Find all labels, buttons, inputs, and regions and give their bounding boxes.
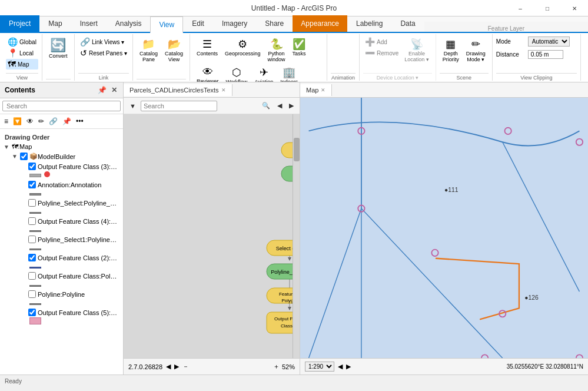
convert-button[interactable]: 🔄 Convert [46, 37, 71, 79]
tree-item-output-fc2[interactable]: Output Feature Class (2):Polyline_Sel [0, 253, 123, 263]
catalog-pane-button[interactable]: 📁 CatalogPane [137, 37, 161, 79]
tab-data[interactable]: Data [391, 15, 424, 32]
convert-label: Convert [49, 53, 68, 59]
tab-analysis[interactable]: Analysis [107, 15, 151, 32]
scrollbar-thumb[interactable] [294, 138, 300, 161]
minimize-button[interactable]: – [507, 0, 534, 16]
tab-appearance[interactable]: Appearance [293, 15, 347, 32]
annotation-checkbox[interactable] [28, 181, 36, 188]
contents-search-input[interactable] [2, 101, 121, 111]
workflow-nav-fwd[interactable]: ▶ [287, 101, 296, 111]
tab-map-view[interactable]: Map ✕ [300, 84, 332, 96]
tree-item-output-fc5[interactable]: Output Feature Class (5):Polyline_Sel [0, 307, 123, 317]
workflow-search-input[interactable] [141, 101, 217, 111]
tasks-button[interactable]: ✅ Tasks [290, 37, 309, 64]
tab-project[interactable]: Project [0, 15, 39, 32]
local-button[interactable]: 📍Local [6, 48, 38, 58]
distance-input[interactable] [528, 50, 563, 59]
panel-pin-button[interactable]: 📌 [97, 85, 108, 95]
map-label: Map [19, 143, 32, 150]
close-button[interactable]: ✕ [561, 0, 588, 16]
filter-button[interactable]: 🔽 [11, 116, 24, 127]
workflow-filter-button[interactable]: ▼ [127, 101, 138, 111]
edit-layers-button[interactable]: ✏ [36, 116, 46, 127]
enable-location-button[interactable]: 📡 EnableLocation ▾ [401, 37, 432, 73]
tab-parcels[interactable]: Parcels_CADLinesCirclesTexts ✕ [124, 84, 232, 96]
polyline-select-label: Polyline_Select:Polyline_Select [38, 200, 119, 207]
tab-parcels-close[interactable]: ✕ [221, 87, 226, 93]
polyline-checkbox[interactable] [28, 290, 36, 298]
output-fc5-checkbox[interactable] [28, 309, 36, 316]
tab-labeling[interactable]: Labeling [347, 15, 391, 32]
map-button[interactable]: 🗺Map [6, 59, 38, 69]
tree-item-output-fc4[interactable]: Output Feature Class (4):Polyline_Sel [0, 216, 123, 226]
map-next-extent[interactable]: ▶ [346, 363, 351, 370]
tree-item-map[interactable]: ▼ 🗺 Map [0, 142, 123, 151]
reviewer-button[interactable]: 👁 ReviewerRules [194, 65, 222, 82]
workflow-svg: R_Sample.dwg Select Data Select Data (2)… [124, 114, 300, 358]
tree-item-modelbuilder[interactable]: ▼ 📦 ModelBuilder [0, 151, 123, 161]
workflow-plus[interactable]: ＋ [273, 362, 280, 371]
global-button[interactable]: 🌐Global [6, 37, 38, 47]
workflow-scrollbar[interactable] [293, 114, 300, 358]
output-fc2-checkbox[interactable] [28, 254, 36, 261]
drawing-mode-button[interactable]: ✏ DrawingMode ▾ [463, 37, 489, 73]
link-views-button[interactable]: 🔗Link Views ▾ [78, 37, 129, 47]
tree-item-polyline[interactable]: Polyline:Polyline [0, 289, 123, 299]
map-canvas[interactable]: ●111 ●126 [300, 98, 588, 358]
catalog-section-label [137, 79, 186, 81]
pin-layers-button[interactable]: 📌 [61, 116, 73, 127]
remove-device-button[interactable]: ➖Remove [363, 48, 400, 58]
geoprocessing-button[interactable]: ⚙ Geoprocessing [222, 37, 264, 64]
windows-section: ☰ Contents ⚙ Geoprocessing 🐍 Pythonwindo… [190, 34, 327, 81]
tab-edit[interactable]: Edit [183, 15, 213, 32]
output-fc-checkbox[interactable] [28, 272, 36, 280]
map-prev-extent[interactable]: ◀ [338, 363, 343, 370]
polyline-select1-checkbox[interactable] [28, 236, 36, 243]
panel-close-button[interactable]: ✕ [110, 85, 118, 95]
tab-share[interactable]: Share [256, 15, 293, 32]
tab-imagery[interactable]: Imagery [213, 15, 256, 32]
tab-map-close[interactable]: ✕ [321, 87, 325, 93]
workflow-nav-back[interactable]: ◀ [275, 101, 284, 111]
output-fc4-checkbox[interactable] [28, 217, 36, 225]
depth-priority-button[interactable]: ▦ DepthPriority [440, 37, 462, 73]
workflow-button[interactable]: ⬡ WorkflowManager [223, 65, 251, 82]
contents-header: Contents 📌 ✕ [0, 82, 123, 98]
reset-panes-button[interactable]: ↺Reset Panes ▾ [78, 48, 129, 58]
expand-map-icon[interactable]: ▼ [4, 144, 12, 150]
tree-item-polyline-select1[interactable]: Polyline_Select1:Polyline_Select1 [0, 234, 123, 244]
python-button[interactable]: 🐍 Pythonwindow [265, 37, 288, 64]
tree-item-annotation[interactable]: Annotation:Annotation [0, 180, 123, 190]
mode-select[interactable]: Automatic [528, 37, 570, 47]
add-device-button[interactable]: ➕Add [363, 37, 400, 47]
tab-insert[interactable]: Insert [71, 15, 107, 32]
map-scale-select[interactable]: 1:290 [305, 362, 334, 372]
link-layers-button[interactable]: 🔗 [47, 116, 59, 127]
enable-location-icon: 📡 [410, 38, 423, 51]
tree-item-output-fc3[interactable]: Output Feature Class (3):Annotation [0, 161, 123, 171]
polyline-select-checkbox[interactable] [28, 199, 36, 207]
catalog-view-button[interactable]: 📂 CatalogView [162, 37, 186, 79]
output-fc3-checkbox[interactable] [28, 163, 36, 170]
mb-checkbox[interactable] [20, 153, 28, 160]
visibility-button[interactable]: 👁 [25, 116, 35, 127]
list-view-button[interactable]: ≡ [2, 116, 10, 127]
aviation-button[interactable]: ✈ Aviation [251, 65, 276, 82]
expand-mb-icon[interactable]: ▼ [12, 153, 20, 160]
tab-map[interactable]: Map [39, 15, 71, 32]
workflow-nav-right[interactable]: ▶ [174, 363, 179, 370]
workflow-nav-left[interactable]: ◀ [166, 363, 171, 370]
tab-view[interactable]: View [150, 16, 183, 33]
maximize-button[interactable]: □ [534, 0, 561, 16]
convert-icon: 🔄 [50, 38, 66, 53]
workflow-search-button[interactable]: 🔍 [260, 101, 273, 111]
tree-item-polyline-select[interactable]: Polyline_Select:Polyline_Select [0, 198, 123, 208]
polyline-swatch [29, 303, 41, 305]
workflow-canvas[interactable]: R_Sample.dwg Select Data Select Data (2)… [124, 114, 300, 358]
more-options-button[interactable]: ••• [74, 116, 85, 127]
contents-button[interactable]: ☰ Contents [194, 37, 221, 64]
tree-item-output-fc[interactable]: Output Feature Class:Polyline_Select [0, 271, 123, 281]
workflow-minus[interactable]: － [182, 362, 189, 371]
indoors-button[interactable]: 🏢 Indoors [277, 65, 301, 82]
